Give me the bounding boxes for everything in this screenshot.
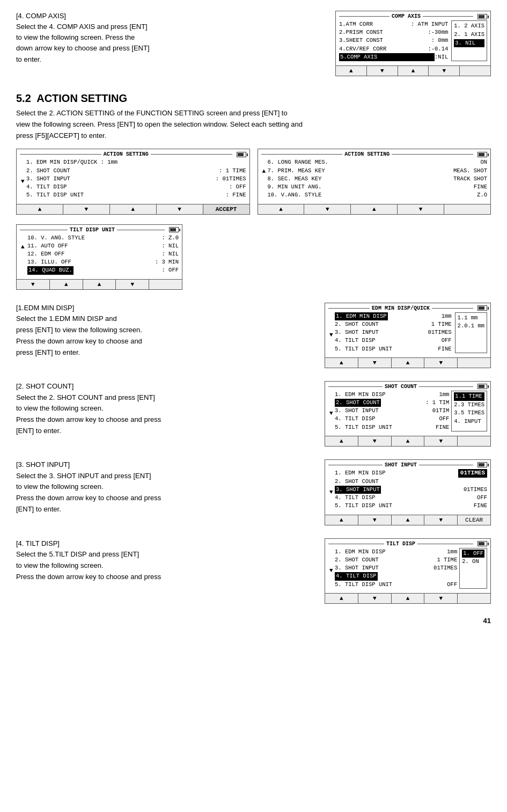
btn-left[interactable]: ▲ — [392, 515, 425, 525]
comp-axis-description: [4. COMP AXIS] Select the 4. COMP AXIS a… — [16, 11, 325, 76]
page-number: 41 — [16, 617, 491, 625]
action-right-row-4: 9. MIN UNIT ANG.FINE — [268, 183, 488, 191]
battery-icon-7 — [477, 462, 487, 467]
btn-clear[interactable]: CLEAR — [458, 515, 490, 525]
edm-row-4: 4. TILT DISPOFF — [335, 336, 452, 345]
comp-row-5: 5.COMP AXIS :NIL — [339, 53, 448, 61]
action-right-row-1: 6. LONG RANGE MES.ON — [268, 158, 488, 166]
btn-right[interactable]: ▼ — [429, 66, 460, 76]
shot-count-options: 1.1 TIME 2.3 TIMES 3.5 TIMES 4. INPUT — [451, 391, 487, 431]
action-row-3: 3. SHOT INPUT: 01TIMES — [26, 175, 246, 183]
btn-left[interactable]: ▲ — [392, 436, 425, 446]
btn-right[interactable]: ▼ — [424, 436, 458, 446]
btn-up[interactable]: ▲ — [336, 66, 367, 76]
scroll-up-arrow-2: ▲ — [21, 244, 25, 250]
action-row-1: 1. EDM MIN DISP/QUICK : 1mm — [26, 158, 246, 166]
comp-axis-buttons[interactable]: ▲ ▼ ▲ ▼ — [336, 65, 490, 76]
tilt-disp-buttons[interactable]: ▼ ▲ ▲ ▼ — [17, 279, 182, 289]
action-right-row-5: 10. V.ANG. STYLEZ.O — [268, 191, 488, 199]
tilt-row-5: 14. QUAD BUZ.: OFF — [27, 266, 179, 274]
edm-min-disp-screen: EDM MIN DISP/QUICK ▼ 1. EDM MIN DISP1mm … — [325, 303, 491, 368]
battery-icon-6 — [477, 384, 487, 389]
shot-input-screen-wrap: SHOT INPUT ▼ 1. EDM MIN DISP 01TIMES 2. … — [325, 459, 491, 525]
tilt-disp-options: 1. OFF 2. ON — [459, 548, 487, 589]
tilt-disp-screen-buttons[interactable]: ▲ ▼ ▲ ▼ — [325, 593, 490, 603]
si-row-5: 5. TILT DISP UNITFINE — [335, 502, 487, 510]
edm-buttons[interactable]: ▲ ▼ ▲ ▼ — [325, 357, 490, 368]
scroll-down-arrow: ▼ — [21, 178, 25, 185]
tilt-disp-unit-section: TILT DISP UNIT ▲ 10. V. ANG. STYLE: Z.0 … — [16, 224, 491, 290]
battery-icon — [477, 14, 487, 19]
btn-up[interactable]: ▲ — [325, 515, 358, 525]
tilt-row-4: 13. ILLU. OFF: 3 MIN — [27, 258, 179, 266]
btn-down[interactable]: ▼ — [367, 66, 398, 76]
btn-up[interactable]: ▲ — [17, 204, 63, 214]
shot-count-screen-wrap: SHOT COUNT ▼ 1. EDM MIN DISP1mm 2. SHOT … — [325, 381, 491, 447]
shot-input-screen: SHOT INPUT ▼ 1. EDM MIN DISP 01TIMES 2. … — [325, 459, 491, 525]
btn-left[interactable]: ▲ — [392, 358, 425, 368]
td-row-1: 1. EDM MIN DISP1mm — [335, 548, 457, 556]
edm-min-disp-screen-wrap: EDM MIN DISP/QUICK ▼ 1. EDM MIN DISP1mm … — [325, 303, 491, 368]
tilt-disp-block: [4. TILT DISP] Select the 5.TILT DISP an… — [16, 538, 491, 604]
section-body: Select the 2. ACTION SETTING of the FUNC… — [16, 108, 491, 141]
btn-down[interactable]: ▼ — [17, 280, 50, 289]
shot-count-text: [2. SHOT COUNT] Select the 2. SHOT COUNT… — [16, 381, 314, 437]
si-row-4: 4. TILT DISPOFF — [335, 494, 487, 502]
scroll-down-arrow-2: ▼ — [329, 332, 333, 338]
btn-down[interactable]: ▼ — [358, 358, 392, 368]
btn-accept[interactable]: ACCEPT — [203, 204, 249, 214]
battery-icon-2 — [237, 152, 246, 157]
btn-right[interactable]: ▼ — [116, 280, 149, 289]
shot-input-text: [3. SHOT INPUT] Select the 3. SHOT INPUT… — [16, 459, 314, 515]
btn-empty — [458, 436, 490, 446]
comp-row-4: 4.CRV/REF CORR:-0.14 — [339, 45, 448, 53]
battery-icon-5 — [477, 305, 487, 311]
btn-left[interactable]: ▲ — [83, 280, 116, 289]
edm-row-2: 2. SHOT COUNT1 TIME — [335, 320, 452, 328]
btn-up[interactable]: ▲ — [325, 436, 358, 446]
edm-row-1: 1. EDM MIN DISP1mm — [335, 312, 452, 320]
btn-down[interactable]: ▼ — [63, 204, 110, 214]
shot-count-buttons[interactable]: ▲ ▼ ▲ ▼ — [325, 436, 490, 446]
btn-right[interactable]: ▼ — [424, 515, 458, 525]
btn-up[interactable]: ▲ — [258, 204, 305, 214]
sc-row-4: 4. TILT DISPOFF — [335, 415, 449, 423]
action-screen-right: ACTION SETTING ▲ 6. LONG RANGE MES.ON 7.… — [258, 149, 491, 214]
btn-empty — [458, 594, 490, 603]
btn-down[interactable]: ▼ — [304, 204, 351, 214]
sc-row-1: 1. EDM MIN DISP1mm — [335, 391, 449, 399]
btn-right[interactable]: ▼ — [424, 358, 458, 368]
td-row-3: 3. SHOT INPUT01TIMES — [335, 564, 457, 572]
btn-up[interactable]: ▲ — [50, 280, 83, 289]
action-screen-left: ACTION SETTING ▼ 1. EDM MIN DISP/QUICK :… — [16, 149, 250, 214]
scroll-up-arrow: ▲ — [262, 168, 266, 174]
edm-min-disp-text: [1.EDM MIN DISP] Select the 1.EDM MIN DI… — [16, 303, 314, 359]
btn-right[interactable]: ▼ — [398, 204, 444, 214]
btn-left[interactable]: ▲ — [392, 594, 425, 603]
btn-left[interactable]: ▲ — [398, 66, 429, 76]
tilt-disp-text: [4. TILT DISP] Select the 5.TILT DISP an… — [16, 538, 314, 583]
section-heading: 5.2 ACTION SETTING — [16, 92, 491, 105]
action-right-buttons[interactable]: ▲ ▼ ▲ ▼ — [258, 204, 491, 214]
btn-right[interactable]: ▼ — [424, 594, 458, 603]
action-right-row-2: 7. PRIM. MEAS KEYMEAS. SHOT — [268, 167, 488, 175]
btn-up[interactable]: ▲ — [325, 594, 358, 603]
action-left-buttons[interactable]: ▲ ▼ ▲ ▼ ACCEPT — [17, 204, 249, 214]
edm-row-5: 5. TILT DISP UNITFINE — [335, 345, 452, 353]
comp-row-1: 1.ATM CORR: ATM INPUT — [339, 20, 448, 28]
tilt-disp-empty — [193, 224, 491, 290]
btn-left[interactable]: ▲ — [351, 204, 398, 214]
tilt-row-3: 12. EDM OFF: NIL — [27, 250, 179, 258]
btn-empty — [458, 358, 490, 368]
btn-down[interactable]: ▼ — [358, 436, 392, 446]
tilt-disp-screen: TILT DISP ▼ 1. EDM MIN DISP1mm 2. SHOT C… — [325, 538, 491, 604]
shot-input-buttons[interactable]: ▲ ▼ ▲ ▼ CLEAR — [325, 515, 490, 525]
btn-right[interactable]: ▼ — [157, 204, 203, 214]
shot-count-block: [2. SHOT COUNT] Select the 2. SHOT COUNT… — [16, 381, 491, 447]
scroll-down-arrow-3: ▼ — [329, 410, 333, 416]
btn-left[interactable]: ▲ — [110, 204, 157, 214]
btn-down[interactable]: ▼ — [358, 594, 392, 603]
btn-up[interactable]: ▲ — [325, 358, 358, 368]
btn-down[interactable]: ▼ — [358, 515, 392, 525]
comp-axis-options: 1. 2 AXIS 2. 1 AXIS 3. NIL — [451, 20, 487, 61]
